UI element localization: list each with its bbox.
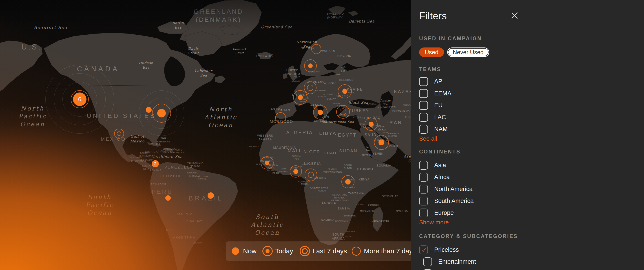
team-ap[interactable]: AP	[419, 76, 644, 87]
marker-dot	[157, 109, 166, 117]
continents-list: AsiaAfricaNorth AmericaSouth AmericaEuro…	[419, 159, 644, 219]
checkbox-unchecked[interactable]	[419, 101, 428, 110]
marker-dot	[265, 161, 269, 165]
marker-dot	[342, 89, 347, 94]
checkbox-unchecked[interactable]	[419, 173, 428, 182]
app-window: GREENLAND (Denmark)U.S.CANADAUNITED STAT…	[0, 0, 644, 270]
checkbox-label: Entertainment	[438, 258, 476, 265]
cluster-dot: 2	[152, 160, 159, 167]
checkbox-unchecked[interactable]	[419, 77, 428, 86]
map-legend: NowTodayLast 7 daysMore than 7 days ago	[226, 241, 429, 261]
dot-icon	[231, 247, 240, 255]
show-more-link[interactable]: Show more	[419, 219, 449, 226]
double-ring-icon	[300, 247, 309, 255]
marker-ring	[275, 112, 286, 123]
checkbox-label: Europe	[434, 209, 454, 216]
checkbox-unchecked[interactable]	[419, 209, 428, 217]
checkbox-unchecked[interactable]	[419, 125, 428, 134]
continent-south-america[interactable]: South America	[419, 195, 644, 207]
ring-icon	[352, 247, 360, 255]
section-continents: CONTINENTS	[419, 149, 644, 155]
checkbox-unchecked[interactable]	[419, 197, 428, 205]
checkbox-label: NAM	[434, 126, 448, 133]
checkbox-label: North America	[434, 186, 472, 193]
cluster-dot: 6	[73, 92, 86, 106]
legend-label: Now	[243, 247, 256, 255]
filters-panel: Filters USED IN CAMPAIGN UsedNever Used …	[411, 0, 644, 270]
legend-item-last-7-days: Last 7 days	[300, 241, 347, 261]
marker-dot	[345, 179, 351, 185]
marker-dot	[298, 95, 303, 100]
checkbox-unchecked[interactable]	[419, 185, 428, 194]
checkbox-label: LAC	[434, 114, 446, 121]
category-list: PricelessEntertainment	[419, 244, 644, 270]
dot-ring-icon	[263, 247, 272, 255]
marker-dot	[378, 140, 384, 145]
category-entertainment[interactable]: Entertainment	[419, 256, 644, 268]
marker-dot	[293, 169, 298, 174]
team-lac[interactable]: LAC	[419, 111, 644, 123]
section-category: CATEGORY & SUBCATEGORIES	[419, 233, 644, 239]
continent-north-america[interactable]: North America	[419, 183, 644, 195]
marker-ring	[311, 44, 321, 54]
checkbox-label: Asia	[434, 162, 446, 169]
teams-list: APEEMAEULACNAM	[419, 76, 644, 135]
checkbox-label: EEMA	[434, 90, 452, 97]
category-priceless[interactable]: Priceless	[419, 244, 644, 256]
team-nam[interactable]: NAM	[419, 123, 644, 135]
checkbox-label: AP	[434, 78, 442, 85]
section-teams: TEAMS	[419, 66, 644, 72]
legend-item-today: Today	[263, 241, 293, 261]
marker-dot	[318, 109, 323, 115]
team-eu[interactable]: EU	[419, 99, 644, 111]
marker-ring	[307, 85, 313, 91]
checkbox-unchecked[interactable]	[423, 257, 432, 266]
continent-europe[interactable]: Europe	[419, 207, 644, 219]
checkbox-label: Priceless	[434, 246, 459, 253]
marker-dot	[308, 63, 313, 68]
checkbox-unchecked[interactable]	[419, 113, 428, 122]
legend-label: Last 7 days	[312, 247, 347, 255]
marker-ring	[340, 108, 346, 115]
marker-ring	[308, 172, 314, 178]
panel-title: Filters	[419, 10, 644, 22]
section-used-in-campaign: USED IN CAMPAIGN	[419, 36, 644, 42]
marker-dot	[368, 122, 374, 127]
continent-asia[interactable]: Asia	[419, 159, 644, 171]
category-truncated[interactable]	[419, 268, 644, 270]
checkbox-unchecked[interactable]	[419, 89, 428, 98]
checkbox-label: South America	[434, 198, 474, 205]
checkbox-label: EU	[434, 102, 443, 109]
used-chip-group: UsedNever Used	[419, 48, 644, 57]
see-all-link[interactable]: See all	[419, 135, 437, 142]
continent-africa[interactable]: Africa	[419, 171, 644, 183]
marker-dot	[165, 195, 171, 201]
marker-dot	[208, 192, 214, 199]
checkbox-unchecked[interactable]	[419, 161, 428, 170]
checkbox-label: Africa	[434, 174, 450, 181]
chip-used[interactable]: Used	[419, 48, 444, 57]
legend-item-now: Now	[231, 241, 256, 261]
close-icon[interactable]	[510, 11, 520, 21]
marker-ring	[117, 131, 121, 136]
team-eema[interactable]: EEMA	[419, 87, 644, 99]
legend-label: Today	[275, 247, 293, 255]
chip-never-used[interactable]: Never Used	[447, 48, 489, 57]
checkbox-checked[interactable]	[419, 245, 428, 254]
